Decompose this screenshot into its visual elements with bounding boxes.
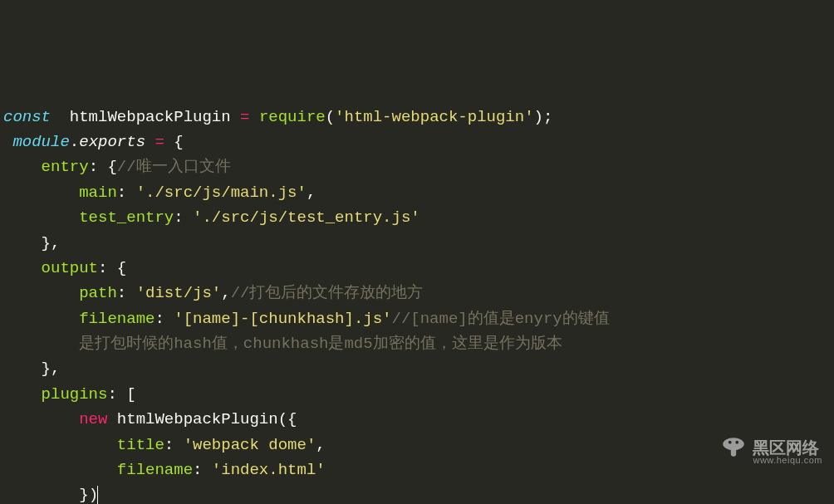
indent — [3, 310, 79, 328]
prop-title: title — [117, 436, 164, 454]
brace-open: { — [117, 259, 126, 277]
comma: , — [316, 436, 325, 454]
colon: : — [193, 461, 212, 479]
colon: : — [107, 385, 126, 404]
colon: : — [164, 436, 184, 454]
prop-main: main — [79, 183, 117, 202]
comma: , — [51, 360, 60, 378]
indent — [3, 335, 79, 353]
indent — [3, 259, 42, 277]
string-literal: 'webpack dome' — [184, 436, 316, 454]
svg-point-2 — [729, 441, 732, 444]
comment: //打包后的文件存放的地方 — [231, 284, 424, 302]
colon: : — [155, 310, 174, 328]
string-literal: 'html-webpack-plugin' — [335, 108, 533, 126]
indent — [3, 486, 79, 504]
paren-open: ( — [326, 108, 335, 126]
indent — [3, 360, 42, 378]
colon: : — [117, 183, 136, 202]
identifier: htmlWebpackPlugin — [117, 410, 278, 428]
brace-close: } — [42, 360, 51, 378]
semicolon: ; — [543, 108, 552, 126]
colon: : — [89, 158, 108, 176]
prop-output: output — [42, 259, 98, 277]
brace-open: { — [107, 158, 116, 176]
watermark: 黑区网络 www.heiqu.com — [682, 409, 822, 496]
comment: 是打包时候的hash值，chunkhash是md5加密的值，这里是作为版本 — [79, 335, 562, 353]
obj-module: module — [3, 133, 70, 151]
indent — [3, 284, 79, 302]
indent — [3, 410, 79, 428]
indent — [3, 208, 79, 227]
text-cursor — [97, 486, 98, 504]
indent — [3, 158, 42, 176]
indent — [3, 461, 117, 479]
bracket-open: [ — [126, 385, 135, 404]
indent — [3, 183, 79, 202]
string-literal: 'index.html' — [212, 461, 326, 479]
comma: , — [221, 284, 230, 302]
prop-plugins: plugins — [42, 385, 108, 404]
mushroom-icon — [682, 409, 748, 496]
member-exports: exports — [79, 133, 145, 151]
prop-entry: entry — [42, 158, 89, 176]
fn-require: require — [259, 108, 326, 126]
operator-eq: = — [145, 133, 174, 151]
keyword-new: new — [79, 410, 107, 428]
paren-open: ( — [278, 410, 287, 428]
string-literal: '[name]-[chunkhash].js' — [174, 310, 391, 328]
comment: //[name]的值是enyry的键值 — [392, 310, 610, 328]
svg-rect-1 — [731, 447, 736, 457]
svg-point-3 — [736, 441, 739, 444]
prop-filename: filename — [117, 461, 193, 479]
prop-filename: filename — [79, 310, 155, 328]
comment: //唯一入口文件 — [117, 158, 231, 176]
string-literal: 'dist/js' — [136, 284, 222, 302]
paren-close: ) — [534, 108, 543, 126]
brace-close: } — [79, 486, 88, 504]
space — [107, 410, 116, 428]
watermark-text-cn: 黑区网络 — [753, 439, 822, 456]
brace-close: } — [42, 234, 51, 252]
colon: : — [98, 259, 117, 277]
string-literal: './src/js/test_entry.js' — [193, 208, 420, 227]
brace-open: { — [287, 410, 297, 428]
watermark-text-url: www.heiqu.com — [753, 456, 822, 465]
string-literal: './src/js/main.js' — [136, 183, 307, 202]
indent — [3, 234, 42, 252]
colon: : — [174, 208, 193, 227]
prop-path: path — [79, 284, 117, 302]
indent — [3, 385, 42, 404]
keyword-const: const — [3, 108, 51, 126]
operator-eq: = — [240, 108, 259, 126]
indent — [3, 436, 117, 454]
dot: . — [70, 133, 79, 151]
comma: , — [51, 234, 60, 252]
brace-open: { — [174, 133, 183, 151]
comma: , — [307, 183, 316, 202]
prop-test-entry: test_entry — [79, 208, 174, 227]
identifier: htmlWebpackPlugin — [51, 108, 240, 126]
colon: : — [117, 284, 136, 302]
